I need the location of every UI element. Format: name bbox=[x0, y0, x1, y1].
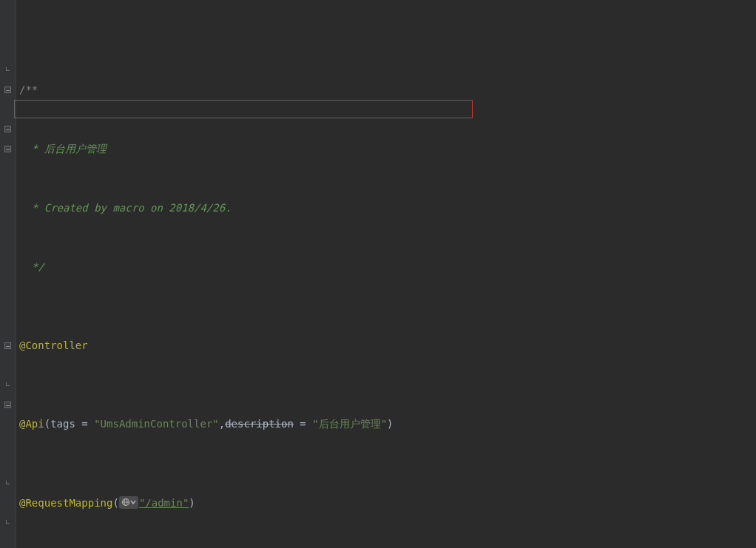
fold-toggle-icon[interactable] bbox=[0, 80, 16, 100]
api-description-value: "后台用户管理" bbox=[312, 414, 387, 434]
globe-icon[interactable] bbox=[119, 496, 138, 509]
fold-end-icon[interactable] bbox=[0, 375, 16, 395]
api-tags-key: tags = bbox=[50, 414, 94, 434]
requestmapping-url: "/admin" bbox=[139, 493, 189, 513]
annotation-api: @Api bbox=[19, 414, 44, 434]
api-description-key: description bbox=[225, 414, 294, 434]
doc-comment: * Created by macro on 2018/4/26. bbox=[25, 198, 231, 218]
doc-comment: * 后台用户管理 bbox=[25, 139, 106, 159]
code-editor[interactable]: /** * 后台用户管理 * Created by macro on 2018/… bbox=[0, 0, 756, 548]
fold-end-icon[interactable] bbox=[0, 513, 16, 532]
fold-end-icon[interactable] bbox=[0, 473, 16, 493]
api-tags-value: "UmsAdminController" bbox=[94, 414, 219, 434]
annotation-requestmapping: @RequestMapping bbox=[19, 493, 112, 513]
fold-toggle-icon[interactable] bbox=[0, 120, 16, 140]
doc-comment: */ bbox=[25, 257, 44, 277]
annotation-controller: @Controller bbox=[19, 336, 88, 356]
code-area[interactable]: /** * 后台用户管理 * Created by macro on 2018/… bbox=[16, 0, 593, 548]
fold-end-icon[interactable] bbox=[0, 61, 16, 81]
gutter bbox=[0, 0, 16, 548]
fold-toggle-icon[interactable] bbox=[0, 336, 16, 356]
fold-toggle-icon[interactable] bbox=[0, 395, 16, 415]
highlight-rectangle bbox=[14, 100, 473, 118]
fold-toggle-icon[interactable] bbox=[0, 139, 16, 159]
doc-comment: /** bbox=[19, 80, 38, 100]
